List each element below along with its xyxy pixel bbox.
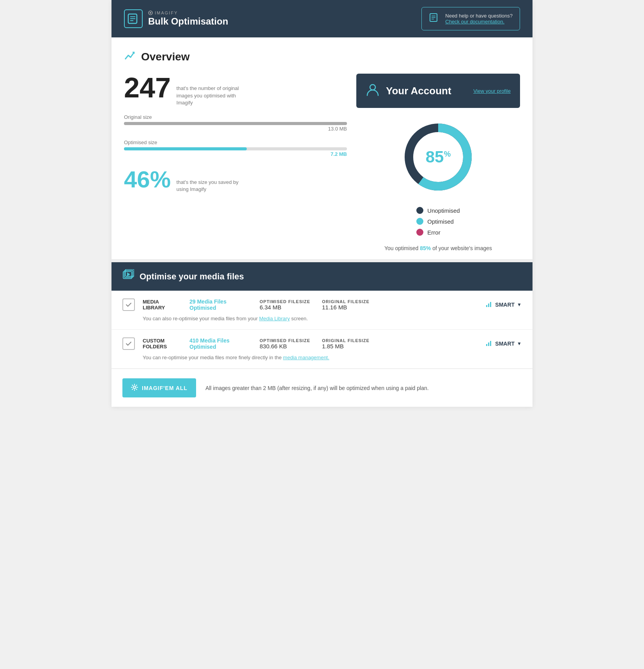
help-icon xyxy=(429,12,440,25)
donut-chart: 85% xyxy=(399,118,477,196)
custom-folders-files: 410 Media FilesOptimised xyxy=(189,337,252,350)
original-size-value: 13.0 MB xyxy=(124,126,347,132)
svg-point-10 xyxy=(370,85,375,90)
svg-rect-21 xyxy=(488,342,489,346)
media-header-icon xyxy=(122,269,134,284)
section-divider xyxy=(111,259,533,262)
svg-rect-22 xyxy=(490,341,491,346)
optimised-size-value: 7.2 MB xyxy=(124,151,347,157)
overview-title: Overview xyxy=(141,51,190,63)
help-text-block: Need help or have questions? Check our d… xyxy=(445,13,513,25)
original-size-label: Original size xyxy=(124,114,347,120)
media-row-custom: CUSTOMFOLDERS 410 Media FilesOptimised O… xyxy=(111,330,533,369)
svg-rect-17 xyxy=(486,305,487,307)
header: IMAGIFY Bulk Optimisation Need help or h… xyxy=(111,0,533,37)
smart-icon-2 xyxy=(486,339,493,348)
original-size-bar-bg xyxy=(124,122,347,125)
gear-icon xyxy=(131,384,138,392)
smart-chevron-icon: ▼ xyxy=(517,302,522,307)
legend-label-optimised: Optimised xyxy=(427,218,454,225)
svg-rect-18 xyxy=(488,304,489,307)
donut-label: 85% xyxy=(426,148,451,166)
help-text: Need help or have questions? xyxy=(445,13,513,19)
imagifem-all-button[interactable]: IMAGIF'EM ALL xyxy=(122,378,196,397)
media-library-opt-size: OPTIMISED FILESIZE 6.34 MB xyxy=(260,299,314,311)
view-profile-link[interactable]: View your profile xyxy=(473,88,511,94)
media-row-library: MEDIALIBRARY 29 Media FilesOptimised OPT… xyxy=(111,291,533,330)
custom-folders-orig-size: ORIGINAL FILESIZE 1.85 MB xyxy=(322,338,377,350)
optimised-size-bar-bg xyxy=(124,147,347,150)
legend-dot-unoptimised xyxy=(416,207,423,214)
images-count: 247 xyxy=(124,72,171,103)
legend-error: Error xyxy=(416,229,460,236)
account-card: Your Account View your profile xyxy=(356,74,520,108)
custom-folders-name: CUSTOMFOLDERS xyxy=(143,338,182,350)
media-section: Optimise your media files MEDIALIBRARY 2… xyxy=(111,262,533,407)
logo-icon xyxy=(124,9,143,28)
legend-dot-error xyxy=(416,229,423,236)
media-library-smart-btn[interactable]: SMART ▼ xyxy=(486,300,522,309)
overview-grid: 247 that's the number of original images… xyxy=(124,74,520,251)
custom-folders-note: You can re-optimise your media files mor… xyxy=(122,355,522,360)
custom-folders-smart-btn[interactable]: SMART ▼ xyxy=(486,339,522,348)
media-management-link[interactable]: media management. xyxy=(283,355,329,360)
media-header: Optimise your media files xyxy=(111,262,533,291)
savings-pct: 46% xyxy=(124,166,171,192)
header-left: IMAGIFY Bulk Optimisation xyxy=(124,9,228,28)
svg-point-5 xyxy=(150,12,151,14)
legend-label-error: Error xyxy=(427,229,440,236)
optimised-size-row: Optimised size 7.2 MB xyxy=(124,139,347,157)
media-row-library-main: MEDIALIBRARY 29 Media FilesOptimised OPT… xyxy=(122,298,522,311)
chart-legend: 85% Unoptimised Optimised xyxy=(356,114,520,251)
brand-label: IMAGIFY xyxy=(148,11,228,15)
media-library-checkbox[interactable] xyxy=(122,298,135,311)
savings-row: 46% that's the size you saved by using I… xyxy=(124,168,347,193)
legend-dot-optimised xyxy=(416,218,423,225)
optimised-note-pct: 85% xyxy=(420,245,431,251)
page-title: Bulk Optimisation xyxy=(148,16,228,27)
original-size-row: Original size 13.0 MB xyxy=(124,114,347,132)
custom-folders-checkbox[interactable] xyxy=(122,337,135,350)
smart-chevron-icon-2: ▼ xyxy=(517,341,522,346)
overview-right: Your Account View your profile xyxy=(356,74,520,251)
help-link[interactable]: Check our documentation. xyxy=(445,19,513,25)
optimised-note-prefix: You optimised xyxy=(384,245,420,251)
overview-section: Overview 247 that's the number of origin… xyxy=(111,37,533,259)
media-row-custom-main: CUSTOMFOLDERS 410 Media FilesOptimised O… xyxy=(122,337,522,350)
images-count-row: 247 that's the number of original images… xyxy=(124,74,347,106)
media-library-orig-size: ORIGINAL FILESIZE 11.16 MB xyxy=(322,299,377,311)
account-title: Your Account xyxy=(386,85,467,97)
svg-rect-20 xyxy=(486,344,487,346)
optimised-size-label: Optimised size xyxy=(124,139,347,145)
overview-header: Overview xyxy=(124,49,520,64)
optimised-size-bar xyxy=(124,147,247,150)
legend-label-unoptimised: Unoptimised xyxy=(427,207,460,214)
media-library-files: 29 Media FilesOptimised xyxy=(189,298,252,311)
svg-point-23 xyxy=(133,386,136,388)
images-label: that's the number of original images you… xyxy=(177,85,247,106)
overview-left: 247 that's the number of original images… xyxy=(124,74,347,193)
title-block: IMAGIFY Bulk Optimisation xyxy=(148,11,228,27)
legend-optimised: Optimised xyxy=(416,218,460,225)
media-library-note: You can also re-optimise your media file… xyxy=(122,316,522,321)
custom-folders-opt-size: OPTIMISED FILESIZE 830.66 KB xyxy=(260,338,314,350)
media-library-name: MEDIALIBRARY xyxy=(143,299,182,311)
original-size-bar xyxy=(124,122,347,125)
help-box: Need help or have questions? Check our d… xyxy=(421,7,520,30)
savings-label: that's the size you saved by using Imagi… xyxy=(177,179,239,193)
smart-icon xyxy=(486,300,493,309)
legend: Unoptimised Optimised Error xyxy=(416,207,460,240)
bottom-bar: IMAGIF'EM ALL All images greater than 2 … xyxy=(111,369,533,407)
bottom-note: All images greater than 2 MB (after resi… xyxy=(205,385,429,391)
svg-rect-19 xyxy=(490,302,491,307)
legend-unoptimised: Unoptimised xyxy=(416,207,460,214)
optimised-note-suffix: of your website's images xyxy=(431,245,492,251)
overview-icon xyxy=(124,49,136,64)
media-library-link[interactable]: Media Library xyxy=(259,316,290,321)
account-icon xyxy=(366,82,380,99)
optimised-note: You optimised 85% of your website's imag… xyxy=(384,245,492,251)
media-section-title: Optimise your media files xyxy=(140,272,244,282)
